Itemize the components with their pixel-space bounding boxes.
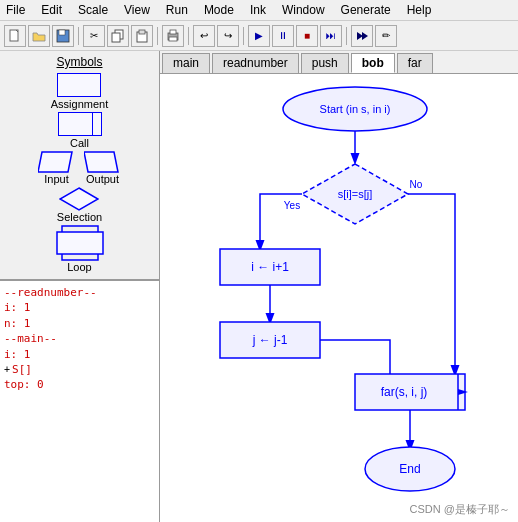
input-shape — [38, 151, 76, 173]
svg-text:End: End — [399, 462, 420, 476]
menu-ink[interactable]: Ink — [248, 2, 268, 18]
expand-icon: + — [4, 363, 10, 377]
copy-button[interactable] — [107, 25, 129, 47]
menu-view[interactable]: View — [122, 2, 152, 18]
menu-edit[interactable]: Edit — [39, 2, 64, 18]
svg-text:s[i]=s[j]: s[i]=s[j] — [338, 188, 373, 200]
console-line-3: --main-- — [4, 331, 155, 346]
toolbar-sep-2 — [157, 27, 158, 45]
tab-bob[interactable]: bob — [351, 53, 395, 73]
svg-marker-14 — [60, 188, 98, 210]
loop-shape — [56, 225, 104, 261]
flowchart-canvas: Start (in s, in i) s[i]=s[j] Yes No i ← … — [160, 74, 518, 522]
console-line-4: i: 1 — [4, 347, 155, 362]
svg-rect-9 — [169, 37, 177, 41]
print-button[interactable] — [162, 25, 184, 47]
call-label: Call — [70, 137, 89, 149]
symbol-call[interactable]: Call — [58, 112, 102, 149]
symbols-title: Symbols — [4, 55, 155, 69]
save-button[interactable] — [52, 25, 74, 47]
menu-window[interactable]: Window — [280, 2, 327, 18]
run-button[interactable]: ▶ — [248, 25, 270, 47]
step-button[interactable]: ⏭ — [320, 25, 342, 47]
svg-marker-13 — [84, 152, 118, 172]
menu-help[interactable]: Help — [405, 2, 434, 18]
svg-text:Yes: Yes — [284, 200, 300, 211]
menu-bar: File Edit Scale View Run Mode Ink Window… — [0, 0, 518, 21]
undo-button[interactable]: ↩ — [193, 25, 215, 47]
tab-main[interactable]: main — [162, 53, 210, 73]
output-label: Output — [86, 173, 119, 185]
svg-marker-11 — [362, 32, 368, 40]
selection-shape — [59, 187, 99, 211]
symbol-call-row: Call — [4, 112, 155, 149]
menu-mode[interactable]: Mode — [202, 2, 236, 18]
stop-button[interactable]: ■ — [296, 25, 318, 47]
symbols-section: Symbols Assignment Call — [0, 51, 159, 280]
svg-rect-4 — [112, 33, 120, 42]
watermark: CSDN @是榛子耶～ — [410, 502, 510, 517]
flowchart-svg: Start (in s, in i) s[i]=s[j] Yes No i ← … — [160, 74, 518, 522]
console-s-array: S[] — [12, 362, 32, 377]
toolbar-sep-1 — [78, 27, 79, 45]
menu-file[interactable]: File — [4, 2, 27, 18]
toolbar-sep-4 — [243, 27, 244, 45]
console-line-0: --readnumber-- — [4, 285, 155, 300]
menu-generate[interactable]: Generate — [339, 2, 393, 18]
new-button[interactable] — [4, 25, 26, 47]
main-layout: Symbols Assignment Call — [0, 51, 518, 522]
pause-button[interactable]: ⏸ — [272, 25, 294, 47]
assignment-label: Assignment — [51, 98, 108, 110]
svg-text:far(s, i, j): far(s, i, j) — [381, 385, 428, 399]
tab-push[interactable]: push — [301, 53, 349, 73]
cut-button[interactable]: ✂ — [83, 25, 105, 47]
pencil-button[interactable]: ✏ — [375, 25, 397, 47]
symbol-io-row: Input Output — [4, 151, 155, 185]
svg-rect-8 — [170, 30, 176, 34]
symbol-assignment-row: Assignment — [4, 73, 155, 110]
selection-label: Selection — [57, 211, 102, 223]
svg-rect-6 — [139, 30, 145, 34]
left-panel: Symbols Assignment Call — [0, 51, 160, 522]
symbol-loop-row: Loop — [4, 225, 155, 273]
paste-button[interactable] — [131, 25, 153, 47]
tab-readnumber[interactable]: readnumber — [212, 53, 299, 73]
console-line-6: top: 0 — [4, 377, 155, 392]
symbol-assignment[interactable]: Assignment — [51, 73, 108, 110]
symbol-selection-row: Selection — [4, 187, 155, 223]
svg-rect-0 — [10, 30, 18, 41]
tab-far[interactable]: far — [397, 53, 433, 73]
symbol-output[interactable]: Output — [84, 151, 122, 185]
loop-label: Loop — [67, 261, 91, 273]
input-label: Input — [44, 173, 68, 185]
toolbar: ✂ ↩ ↪ ▶ ⏸ ■ ⏭ ✏ — [0, 21, 518, 51]
symbol-selection[interactable]: Selection — [57, 187, 102, 223]
assignment-shape — [57, 73, 101, 97]
fast-button[interactable] — [351, 25, 373, 47]
menu-scale[interactable]: Scale — [76, 2, 110, 18]
console-line-5[interactable]: + S[] — [4, 362, 155, 377]
svg-text:No: No — [410, 179, 423, 190]
right-panel: main readnumber push bob far Start (in s… — [160, 51, 518, 522]
menu-run[interactable]: Run — [164, 2, 190, 18]
svg-text:j ← j-1: j ← j-1 — [252, 333, 288, 347]
tabs-bar: main readnumber push bob far — [160, 51, 518, 74]
console-line-1: i: 1 — [4, 300, 155, 315]
output-shape — [84, 151, 122, 173]
svg-rect-15 — [57, 232, 103, 254]
symbol-input[interactable]: Input — [38, 151, 76, 185]
open-button[interactable] — [28, 25, 50, 47]
toolbar-sep-5 — [346, 27, 347, 45]
console-section[interactable]: --readnumber-- i: 1 n: 1 --main-- i: 1 +… — [0, 280, 159, 522]
svg-text:i ← i+1: i ← i+1 — [251, 260, 289, 274]
call-shape — [58, 112, 102, 136]
console-line-2: n: 1 — [4, 316, 155, 331]
redo-button[interactable]: ↪ — [217, 25, 239, 47]
toolbar-sep-3 — [188, 27, 189, 45]
svg-rect-2 — [59, 30, 65, 35]
symbol-loop[interactable]: Loop — [56, 225, 104, 273]
svg-marker-12 — [38, 152, 72, 172]
svg-text:Start (in s, in i): Start (in s, in i) — [320, 103, 391, 115]
